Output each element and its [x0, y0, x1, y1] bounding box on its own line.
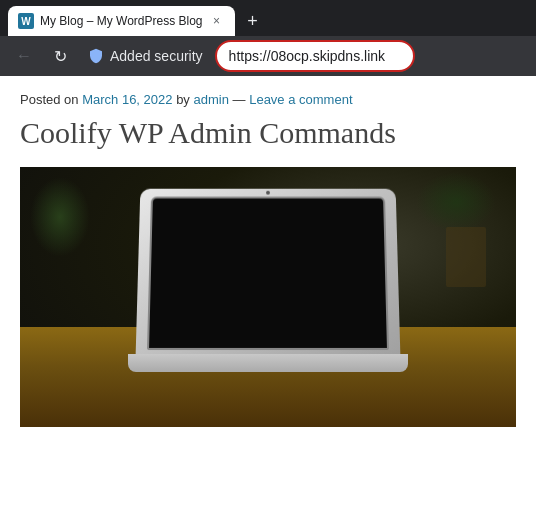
background-structure	[446, 227, 486, 287]
foliage-right	[416, 172, 496, 232]
active-tab[interactable]: W My Blog – My WordPress Blog ×	[8, 6, 235, 36]
url-text: https://08ocp.skipdns.link	[229, 48, 385, 64]
foliage-left	[30, 177, 90, 257]
leave-comment-link[interactable]: Leave a comment	[249, 92, 352, 107]
url-prefix: https://	[229, 48, 271, 64]
nav-bar: ← ↻ Added security https://08ocp.skipdns…	[0, 36, 536, 76]
post-image	[20, 167, 516, 427]
author-link[interactable]: admin	[194, 92, 229, 107]
security-indicator: Added security	[80, 40, 211, 72]
browser-window: W My Blog – My WordPress Blog × + ← ↻ Ad	[0, 0, 536, 443]
post-meta: Posted on March 16, 2022 by admin — Leav…	[20, 92, 516, 107]
page-content: Posted on March 16, 2022 by admin — Leav…	[0, 76, 536, 443]
new-tab-button[interactable]: +	[239, 7, 267, 35]
url-input-box[interactable]: https://08ocp.skipdns.link	[215, 40, 415, 72]
shield-icon	[88, 48, 104, 64]
url-domain: 08ocp.skipdns.link	[271, 48, 385, 64]
tab-close-button[interactable]: ×	[209, 13, 225, 29]
meta-separator: —	[233, 92, 246, 107]
back-icon: ←	[16, 47, 32, 65]
browser-chrome: W My Blog – My WordPress Blog × + ← ↻ Ad	[0, 0, 536, 76]
post-date-link[interactable]: March 16, 2022	[82, 92, 172, 107]
posted-on-label: Posted on	[20, 92, 79, 107]
post-title: Coolify WP Admin Commands	[20, 115, 516, 151]
reload-button[interactable]: ↻	[44, 40, 76, 72]
address-bar-area: Added security https://08ocp.skipdns.lin…	[80, 40, 528, 72]
reload-icon: ↻	[54, 47, 67, 66]
tab-bar: W My Blog – My WordPress Blog × +	[0, 0, 536, 36]
laptop-keyboard-area	[128, 354, 408, 372]
back-button[interactable]: ←	[8, 40, 40, 72]
laptop-camera	[266, 191, 270, 195]
laptop-body	[136, 189, 401, 358]
by-label: by	[176, 92, 190, 107]
tab-favicon: W	[18, 13, 34, 29]
laptop-screen	[147, 197, 389, 350]
tab-title: My Blog – My WordPress Blog	[40, 14, 203, 28]
security-text: Added security	[110, 48, 203, 64]
laptop-scene	[20, 167, 516, 427]
